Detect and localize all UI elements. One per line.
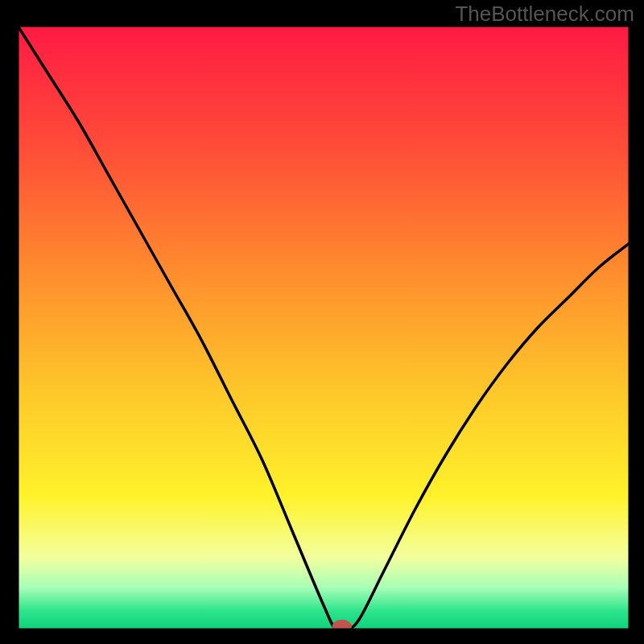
- watermark-label: TheBottleneck.com: [455, 2, 634, 27]
- chart-svg: [0, 0, 644, 644]
- bottleneck-chart: TheBottleneck.com: [0, 0, 644, 644]
